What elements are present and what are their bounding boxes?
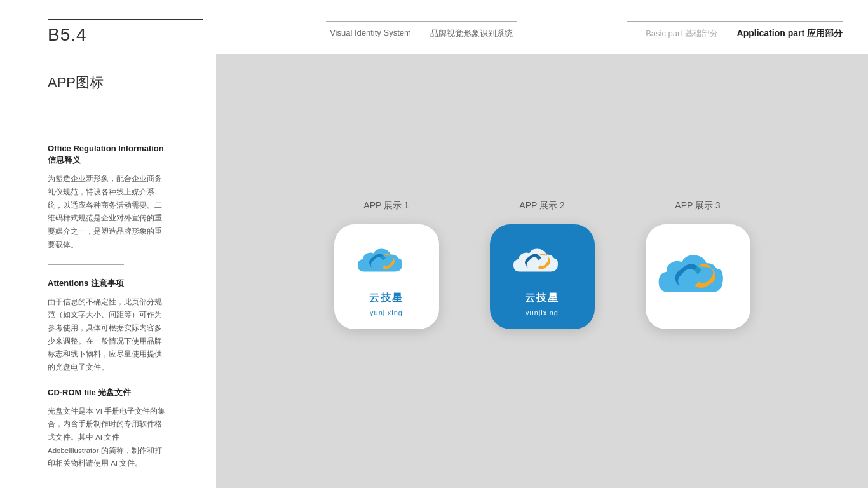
section3-heading: CD-ROM file 光盘文件 (48, 387, 168, 398)
showcase1-label: APP 展示 1 (363, 200, 409, 212)
header-center-labels: Visual Identity System 品牌视觉形象识别系统 (330, 28, 513, 39)
app-showcase-2: APP 展示 2 云技星 (490, 200, 595, 329)
section3-body: 光盘文件是本 VI 手册电子文件的集合，内含手册制作时的专用软件格式文件。其中 … (48, 405, 168, 470)
nav-application-label[interactable]: Application part 应用部分 (737, 28, 843, 39)
section2-body: 由于信息的不确定性，此页部分规范（如文字大小、间距等）可作为参考使用，具体可根据… (48, 295, 168, 374)
vis-label-en: Visual Identity System (330, 28, 411, 39)
page-title: APP图标 (48, 73, 168, 92)
header-top-line (48, 19, 203, 20)
sidebar: APP图标 Office Regulation Information 信息释义… (0, 54, 216, 488)
app-name-cn-2: 云技星 (525, 292, 559, 305)
app-icon-3 (646, 224, 750, 329)
header-center: Visual Identity System 品牌视觉形象识别系统 (216, 15, 627, 39)
section-code: B5.4 (48, 25, 216, 45)
app-logo-3-svg (653, 233, 742, 322)
vis-label-cn: 品牌视觉形象识别系统 (430, 28, 513, 39)
section2-heading: Attentions 注意事项 (48, 278, 168, 289)
app-name-cn-1: 云技星 (369, 292, 403, 305)
section1-heading: Office Regulation Information 信息释义 (48, 143, 168, 166)
content-area: APP 展示 1 (216, 54, 868, 488)
app-logo-1-svg (351, 237, 421, 288)
app-icon-1: 云技星 yunjixing (334, 224, 439, 329)
header-right: Basic part 基础部分 Application part 应用部分 (627, 15, 868, 39)
header-right-line (627, 21, 843, 22)
header: B5.4 Visual Identity System 品牌视觉形象识别系统 B… (0, 0, 868, 54)
app-icon-2: 云技星 yunjixing (490, 224, 595, 329)
app-showcases: APP 展示 1 (334, 200, 750, 329)
header-nav-labels: Basic part 基础部分 Application part 应用部分 (646, 28, 843, 39)
nav-basic-label[interactable]: Basic part 基础部分 (646, 28, 717, 39)
section1-body: 为塑造企业新形象，配合企业商务礼仪规范，特设各种线上媒介系统，以适应各种商务活动… (48, 172, 168, 251)
main-layout: APP图标 Office Regulation Information 信息释义… (0, 54, 868, 488)
app-icon-1-inner: 云技星 yunjixing (334, 224, 439, 329)
app-showcase-1: APP 展示 1 (334, 200, 439, 329)
header-center-line (326, 21, 517, 22)
header-left: B5.4 (0, 10, 216, 45)
app-showcase-3: APP 展示 3 (646, 200, 750, 329)
showcase2-label: APP 展示 2 (519, 200, 564, 212)
app-name-en-1: yunjixing (370, 309, 403, 316)
app-name-en-2: yunjixing (526, 309, 559, 316)
app-logo-2-svg (507, 237, 577, 288)
app-icon-2-inner: 云技星 yunjixing (490, 224, 595, 329)
showcase3-label: APP 展示 3 (675, 200, 720, 212)
sidebar-divider (48, 264, 124, 265)
